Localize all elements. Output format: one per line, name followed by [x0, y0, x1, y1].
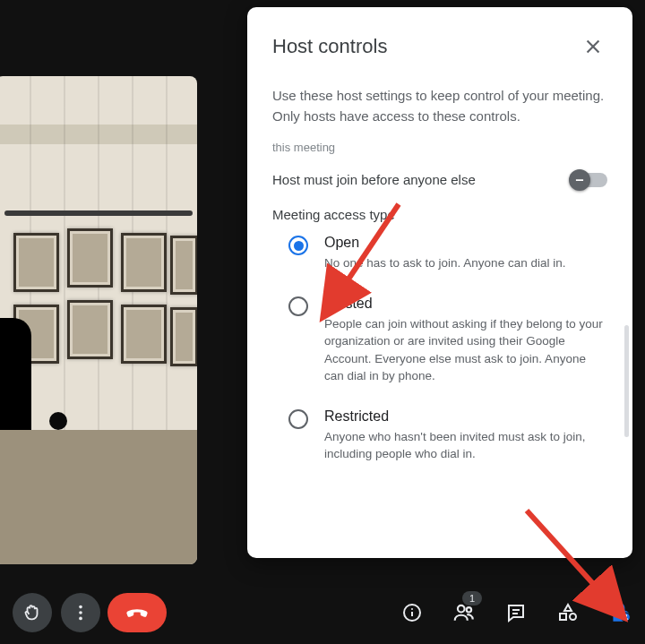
- close-icon: [583, 37, 603, 56]
- host-must-join-first-toggle[interactable]: [572, 173, 607, 187]
- more-vertical-icon: [71, 603, 90, 623]
- svg-rect-10: [560, 614, 566, 620]
- toggle-knob: [569, 169, 590, 191]
- radio-icon: [288, 236, 308, 255]
- panel-scope-label: this meeting: [272, 141, 607, 154]
- svg-point-7: [467, 607, 471, 612]
- radio-desc: Anyone who hasn't been invited must ask …: [324, 428, 607, 463]
- access-type-restricted[interactable]: Restricted Anyone who hasn't been invite…: [288, 408, 607, 463]
- raise-hand-button[interactable]: [13, 593, 52, 632]
- svg-point-13: [624, 614, 627, 617]
- svg-point-1: [79, 611, 82, 614]
- radio-title: Restricted: [324, 408, 607, 425]
- minus-icon: [573, 174, 586, 186]
- chat-button[interactable]: [503, 600, 529, 625]
- toggle-label: Host must join before anyone else: [272, 172, 476, 187]
- svg-point-6: [458, 605, 465, 613]
- panel-description: Use these host settings to keep control …: [272, 86, 607, 126]
- radio-desc: No one has to ask to join. Anyone can di…: [324, 254, 607, 272]
- radio-title: Open: [324, 235, 607, 251]
- hand-icon: [22, 603, 42, 623]
- end-call-button[interactable]: [108, 593, 167, 632]
- access-type-label: Meeting access type: [272, 207, 607, 222]
- radio-icon: [288, 296, 308, 316]
- phone-hangup-icon: [124, 599, 150, 626]
- participants-button[interactable]: 1: [452, 600, 477, 625]
- more-options-button[interactable]: [61, 593, 100, 632]
- close-panel-button[interactable]: [579, 32, 607, 61]
- access-type-radio-group: Open No one has to ask to join. Anyone c…: [272, 235, 607, 463]
- radio-icon: [288, 409, 308, 429]
- chat-icon: [505, 602, 527, 623]
- access-type-open[interactable]: Open No one has to ask to join. Anyone c…: [288, 235, 607, 272]
- info-icon: [401, 602, 423, 623]
- radio-title: Trusted: [324, 296, 607, 312]
- svg-point-0: [79, 605, 82, 609]
- host-controls-panel: Host controls Use these host settings to…: [247, 7, 632, 558]
- host-must-join-first-row: Host must join before anyone else: [272, 172, 607, 187]
- panel-scrollbar[interactable]: [624, 325, 629, 437]
- radio-desc: People can join without asking if they b…: [324, 315, 607, 385]
- shapes-icon: [557, 602, 579, 623]
- svg-point-11: [570, 614, 576, 620]
- panel-title: Host controls: [272, 35, 387, 58]
- lock-person-icon: [608, 601, 632, 624]
- svg-point-5: [411, 608, 413, 610]
- meeting-toolbar: 1: [0, 581, 645, 644]
- svg-point-12: [622, 613, 631, 622]
- access-type-trusted[interactable]: Trusted People can join without asking i…: [288, 296, 607, 385]
- activities-button[interactable]: [555, 600, 580, 625]
- svg-point-2: [79, 617, 82, 621]
- participant-video-tile: [0, 76, 197, 564]
- meeting-details-button[interactable]: [400, 600, 425, 625]
- participants-count-badge: 1: [462, 591, 482, 605]
- host-controls-button[interactable]: [607, 600, 632, 625]
